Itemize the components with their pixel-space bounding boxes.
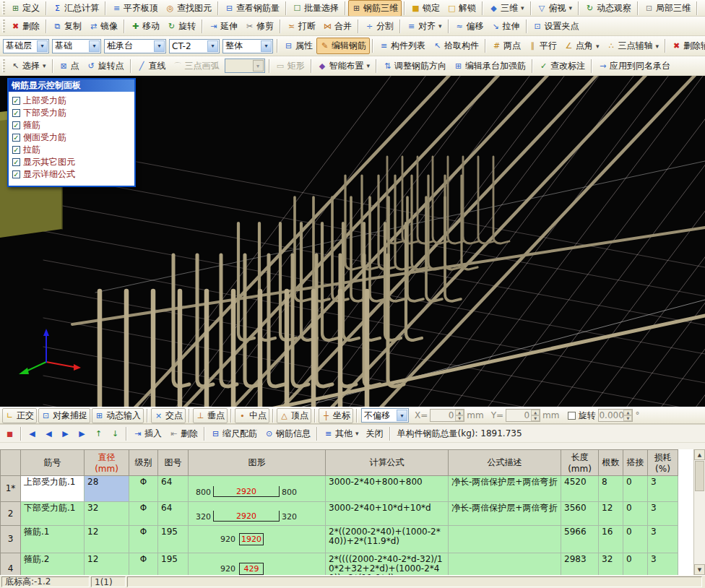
scroll-down-icon[interactable]: ▼: [694, 564, 705, 575]
x-input[interactable]: 0 ▲▼: [430, 409, 464, 422]
local-3d-button[interactable]: ⊡局部三维: [641, 0, 694, 17]
other-menu-button[interactable]: ≡其他: [320, 425, 363, 442]
close-grid-button[interactable]: 关闭: [363, 425, 387, 442]
cell-grade[interactable]: Φ: [129, 553, 158, 576]
element-name-combo[interactable]: CT-2▾: [169, 39, 220, 53]
cell-lap[interactable]: 0: [623, 502, 648, 526]
cell-desc[interactable]: 净长-两倍保护层+两倍弯折: [449, 476, 561, 502]
cell-count[interactable]: 32: [599, 553, 623, 576]
cell-len[interactable]: 3560: [561, 502, 599, 526]
row-down-button[interactable]: ↓: [107, 427, 124, 441]
toolbar-grip[interactable]: [2, 20, 5, 33]
cell-dia[interactable]: 12: [85, 526, 129, 553]
view-3d-button[interactable]: ◆三维: [485, 0, 528, 17]
smart-layout-button[interactable]: ◆智能布置: [314, 58, 374, 74]
upper-main-rebar-checkbox[interactable]: ✓上部受力筋: [12, 95, 133, 106]
cell-desc[interactable]: [449, 526, 561, 553]
edit-cap-strengthen-rebar-button[interactable]: ⊞编辑承台加强筋: [450, 58, 529, 74]
y-spinner[interactable]: ▲▼: [531, 410, 540, 421]
cell-fig[interactable]: 920429: [189, 553, 326, 576]
checkbox-icon[interactable]: ✓: [12, 170, 20, 178]
cell-name[interactable]: 上部受力筋.1: [21, 476, 85, 502]
select-button[interactable]: ↖选择: [7, 58, 50, 74]
toolbar-grip[interactable]: [2, 59, 5, 72]
rebar-info-button[interactable]: ⊙钢筋信息: [261, 425, 314, 442]
mirror-button[interactable]: ⇄镜像: [85, 18, 121, 35]
cell-figno[interactable]: 64: [158, 476, 189, 502]
table-scrollbar[interactable]: ▲ ▼: [693, 449, 705, 575]
split-button[interactable]: ÷分割: [361, 18, 397, 35]
rotate-input[interactable]: 0.000 ▲▼: [598, 409, 633, 422]
checkbox-icon[interactable]: ✓: [12, 121, 20, 129]
cell-dia[interactable]: 32: [85, 502, 129, 526]
chevron-down-icon[interactable]: ▾: [154, 40, 165, 52]
row-header[interactable]: 3: [1, 526, 21, 553]
row-up-button[interactable]: ↑: [90, 427, 107, 441]
chevron-down-icon[interactable]: ▾: [261, 40, 272, 52]
category-combo[interactable]: 基础▾: [52, 39, 101, 53]
copy-button[interactable]: ⧉复制: [49, 18, 85, 35]
cell-loss[interactable]: 3: [648, 476, 678, 502]
cell-count[interactable]: 16: [599, 526, 623, 553]
floor-combo[interactable]: 基础层▾: [3, 39, 49, 53]
cell-formula[interactable]: 2*((((2000-2*40-2*d-32)/10*2+32+2*d)+(10…: [326, 553, 449, 576]
cell-name[interactable]: 箍筋.1: [21, 526, 85, 553]
line-button[interactable]: ╱直线: [134, 58, 170, 74]
rebar-3d-button[interactable]: ⊞钢筋三维: [348, 0, 402, 17]
arc-mode-combo[interactable]: ▾: [225, 59, 265, 73]
element-type-combo[interactable]: 桩承台▾: [104, 39, 166, 53]
offset-mode-combo[interactable]: 不偏移▾: [361, 408, 409, 423]
cell-count[interactable]: 12: [599, 502, 623, 526]
cell-grade[interactable]: Φ: [129, 476, 158, 502]
rebar-display-panel[interactable]: 钢筋显示控制面板 ✓上部受力筋✓下部受力筋✓箍筋✓侧面受力筋✓拉筋✓显示其它图元…: [7, 78, 136, 187]
dynamic-input-toggle[interactable]: ⊞动态输入: [92, 408, 144, 423]
midpoint-snap-button[interactable]: ∙中点: [235, 408, 269, 423]
row-header[interactable]: 4: [1, 553, 21, 576]
edit-annotation-button[interactable]: ✓查改标注: [535, 58, 589, 74]
show-detailed-formula-checkbox[interactable]: ✓显示详细公式: [12, 169, 133, 180]
stretch-button[interactable]: ↘拉伸: [488, 18, 524, 35]
checkbox-icon[interactable]: ✓: [12, 109, 20, 117]
trim-button[interactable]: ✂修剪: [241, 18, 277, 35]
col-header-grade[interactable]: 级别: [129, 450, 158, 476]
cell-name[interactable]: 下部受力筋.1: [21, 502, 85, 526]
align-slab-top-button[interactable]: ≡平齐板顶: [108, 0, 162, 17]
three-point-aux-axis-button[interactable]: ∴三点辅轴: [603, 38, 663, 54]
offset-button[interactable]: ≈偏移: [451, 18, 488, 35]
apply-same-name-cap-button[interactable]: →应用到同名承台: [594, 58, 674, 74]
spin-up-icon[interactable]: ▲: [455, 410, 464, 415]
checkbox-icon[interactable]: ✓: [12, 134, 20, 142]
col-header-count[interactable]: 根数: [599, 450, 623, 476]
find-element-button[interactable]: ◎查找图元: [162, 0, 215, 17]
table-corner[interactable]: [1, 450, 21, 476]
rectangle-button[interactable]: ▭矩形: [272, 58, 308, 74]
chevron-down-icon[interactable]: ▾: [207, 40, 218, 52]
scroll-track[interactable]: [694, 492, 705, 564]
3d-viewport[interactable]: 钢筋显示控制面板 ✓上部受力筋✓下部受力筋✓箍筋✓侧面受力筋✓拉筋✓显示其它图元…: [0, 76, 705, 407]
grid-handle-button[interactable]: ◼: [1, 427, 18, 441]
cell-grade[interactable]: Φ: [129, 526, 158, 553]
tie-rebar-checkbox[interactable]: ✓拉筋: [12, 144, 133, 155]
show-other-elements-checkbox[interactable]: ✓显示其它图元: [12, 157, 133, 168]
scroll-thumb[interactable]: [695, 461, 704, 491]
rotate-checkbox[interactable]: [568, 412, 576, 420]
scale-rebar-button[interactable]: ⊟缩尺配筋: [207, 425, 261, 442]
cell-desc[interactable]: 净长-两倍保护层+两倍弯折: [449, 502, 561, 526]
cell-len[interactable]: 5966: [561, 526, 599, 553]
cell-desc[interactable]: [449, 553, 561, 576]
break-button[interactable]: ≍打断: [283, 18, 319, 35]
cell-count[interactable]: 8: [599, 476, 623, 502]
delete-button[interactable]: ✖删除: [7, 18, 43, 35]
adjust-rebar-direction-button[interactable]: ⇅调整钢筋方向: [379, 58, 450, 74]
ortho-toggle[interactable]: ∟正交: [2, 408, 37, 423]
cell-figno[interactable]: 64: [158, 502, 189, 526]
spin-down-icon[interactable]: ▼: [455, 415, 464, 421]
panel-title[interactable]: 钢筋显示控制面板: [9, 79, 134, 92]
cell-len[interactable]: 4520: [561, 476, 599, 502]
cell-lap[interactable]: 0: [623, 526, 648, 553]
cell-len[interactable]: 2983: [561, 553, 599, 576]
move-button[interactable]: ✚移动: [127, 18, 163, 35]
stirrup-checkbox[interactable]: ✓箍筋: [12, 120, 133, 131]
spin-down-icon[interactable]: ▼: [531, 415, 540, 421]
grip-settings-button[interactable]: ⊡设置夹点: [529, 18, 583, 35]
